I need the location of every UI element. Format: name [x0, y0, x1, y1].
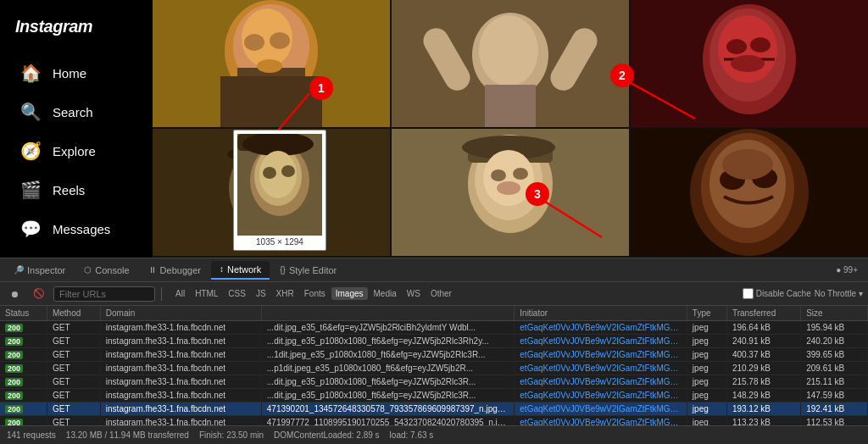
- style-editor-icon: {}: [280, 265, 286, 275]
- type-filter-buttons: All HTML CSS JS XHR Fonts Images Media W…: [171, 287, 456, 300]
- type-media[interactable]: Media: [370, 287, 401, 300]
- table-row[interactable]: 200 GET instagram.fhe33-1.fna.fbcdn.net …: [0, 321, 868, 335]
- type-ws[interactable]: WS: [403, 287, 425, 300]
- cell-initiator: etGaqKet0VvJ0VBe9wV2IGamZtFtkMGsfs-...: [515, 335, 687, 348]
- type-html[interactable]: HTML: [191, 287, 222, 300]
- sidebar-item-reels[interactable]: 🎬 Reels: [5, 171, 147, 208]
- sidebar-item-label: Explore: [53, 144, 96, 158]
- disable-cache-checkbox[interactable]: [743, 288, 754, 299]
- tab-console[interactable]: ⬡ Console: [75, 262, 137, 279]
- sidebar-item-messages[interactable]: 💬 Messages: [5, 210, 147, 247]
- svg-point-4: [244, 34, 264, 51]
- table-row[interactable]: 200 GET instagram.fhe33-1.fna.fbcdn.net …: [0, 335, 868, 348]
- col-domain[interactable]: Domain: [100, 306, 261, 321]
- col-method[interactable]: Method: [47, 306, 100, 321]
- cell-type: jpeg: [687, 402, 726, 416]
- col-file[interactable]: [261, 306, 515, 321]
- svg-point-11: [479, 15, 538, 86]
- table-row[interactable]: 200 GET instagram.fhe33-1.fna.fbcdn.net …: [0, 389, 868, 402]
- status-badge: 200: [5, 419, 23, 425]
- tab-inspector[interactable]: 🔎 Inspector: [5, 262, 74, 279]
- cell-size: 209.61 kB: [801, 362, 868, 375]
- status-badge: 200: [5, 337, 23, 346]
- type-css[interactable]: CSS: [224, 287, 250, 300]
- cell-file: 471390201_134572648330578_79335786960998…: [261, 402, 515, 416]
- cell-file: ...1dit.jpeg_e35_p1080x1080_ft6&efg=eyJZ…: [261, 348, 515, 362]
- table-row[interactable]: 200 GET instagram.fhe33-1.fna.fbcdn.net …: [0, 402, 868, 416]
- sidebar-item-explore[interactable]: 🧭 Explore: [5, 132, 147, 169]
- svg-point-22: [731, 55, 765, 72]
- cell-size: 192.41 kB: [801, 402, 868, 416]
- sidebar-item-home[interactable]: 🏠 Home: [5, 54, 147, 92]
- cell-domain: instagram.fhe33-1.fna.fbcdn.net: [100, 362, 261, 375]
- sidebar-item-notifications[interactable]: 🤍 Notifications: [5, 249, 147, 258]
- photo-cell-3[interactable]: [631, 0, 868, 127]
- footer-transferred: 13.20 MB / 11.94 MB transferred: [66, 430, 189, 440]
- cell-domain: instagram.fhe33-1.fna.fbcdn.net: [100, 335, 261, 348]
- record-button[interactable]: ⏺: [5, 287, 25, 301]
- tooltip-image: [237, 134, 322, 236]
- cell-status: 200: [0, 321, 47, 335]
- sidebar: Instagram 🏠 Home 🔍 Search 🧭 Explore 🎬 Re…: [0, 0, 153, 258]
- cell-size: 195.94 kB: [801, 321, 868, 335]
- cell-type: jpeg: [687, 389, 726, 402]
- devtools-footer: 141 requests 13.20 MB / 11.94 MB transfe…: [0, 425, 868, 444]
- svg-point-20: [750, 37, 771, 53]
- photo-cell-6[interactable]: [631, 129, 868, 256]
- type-images[interactable]: Images: [331, 287, 368, 300]
- chevron-down-icon: ▾: [859, 289, 863, 298]
- svg-point-46: [722, 149, 773, 180]
- tab-network[interactable]: ↕ Network: [211, 261, 270, 280]
- photo-cell-1[interactable]: [153, 0, 390, 127]
- app-logo: Instagram: [0, 8, 153, 53]
- col-transferred[interactable]: Transferred: [726, 306, 800, 321]
- cell-type: jpeg: [687, 416, 726, 426]
- type-other[interactable]: Other: [426, 287, 456, 300]
- cell-type: jpeg: [687, 348, 726, 362]
- cell-type: jpeg: [687, 375, 726, 389]
- throttle-toggle[interactable]: No Throttle ▾: [815, 289, 863, 298]
- type-fonts[interactable]: Fonts: [300, 287, 330, 300]
- disable-cache-toggle[interactable]: Disable Cache: [743, 288, 811, 299]
- filter-input[interactable]: [53, 286, 155, 302]
- col-type[interactable]: Type: [687, 306, 726, 321]
- sidebar-item-search[interactable]: 🔍 Search: [5, 93, 147, 130]
- table-row[interactable]: 200 GET instagram.fhe33-1.fna.fbcdn.net …: [0, 416, 868, 426]
- cell-initiator: etGaqKet0VvJ0VBe9wV2IGamZtFtkMGsfs-...: [515, 362, 687, 375]
- col-size[interactable]: Size: [801, 306, 868, 321]
- messages-icon: 💬: [20, 219, 41, 239]
- footer-dom-content: DOMContentLoaded: 2.89 s: [274, 430, 380, 440]
- table-row[interactable]: 200 GET instagram.fhe33-1.fna.fbcdn.net …: [0, 348, 868, 362]
- error-count: ● 99+: [836, 265, 858, 275]
- cell-method: GET: [47, 335, 100, 348]
- network-table-wrap[interactable]: Status Method Domain Initiator Type Tran…: [0, 306, 868, 425]
- photo-cell-2[interactable]: [392, 0, 629, 127]
- photo-cell-5[interactable]: [392, 129, 629, 256]
- cell-initiator: etGaqKet0VvJ0VBe9wV2IGamZtFtkMGsfs-...: [515, 416, 687, 426]
- cell-domain: instagram.fhe33-1.fna.fbcdn.net: [100, 348, 261, 362]
- devtools-panel: 🔎 Inspector ⬡ Console ⏸ Debugger ↕ Netwo…: [0, 258, 868, 444]
- debugger-icon: ⏸: [148, 265, 157, 275]
- cell-domain: instagram.fhe33-1.fna.fbcdn.net: [100, 402, 261, 416]
- col-status[interactable]: Status: [0, 306, 47, 321]
- cell-size: 112.53 kB: [801, 416, 868, 426]
- sidebar-item-label: Home: [53, 66, 86, 80]
- separator: [161, 287, 162, 301]
- cell-initiator: etGaqKet0VvJ0VBe9wV2IGamZtFtkMGsfs-...: [515, 402, 687, 416]
- cell-file: 471997772_1108995190170255_5432370824020…: [261, 416, 515, 426]
- table-row[interactable]: 200 GET instagram.fhe33-1.fna.fbcdn.net …: [0, 375, 868, 389]
- type-all[interactable]: All: [171, 287, 189, 300]
- type-js[interactable]: JS: [252, 287, 270, 300]
- cell-type: jpeg: [687, 321, 726, 335]
- cell-method: GET: [47, 416, 100, 426]
- network-table: Status Method Domain Initiator Type Tran…: [0, 306, 868, 425]
- tab-debugger[interactable]: ⏸ Debugger: [140, 262, 209, 279]
- status-badge: 200: [5, 324, 23, 332]
- network-toolbar: ⏺ 🚫 All HTML CSS JS XHR Fonts Images Med…: [0, 282, 868, 306]
- tab-style-editor[interactable]: {} Style Editor: [271, 262, 345, 279]
- cell-size: 399.65 kB: [801, 348, 868, 362]
- clear-button[interactable]: 🚫: [28, 286, 50, 301]
- col-initiator[interactable]: Initiator: [515, 306, 687, 321]
- table-row[interactable]: 200 GET instagram.fhe33-1.fna.fbcdn.net …: [0, 362, 868, 375]
- type-xhr[interactable]: XHR: [272, 287, 298, 300]
